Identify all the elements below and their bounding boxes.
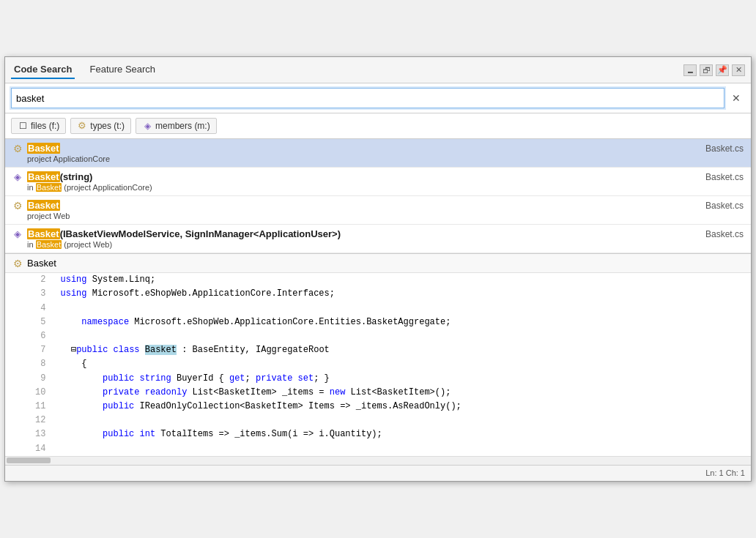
table-row: 11 public IReadOnlyCollection<BasketItem… (5, 400, 751, 414)
search-bar: ✕ (5, 83, 751, 113)
filter-members-button[interactable]: ◈ members (m:) (136, 118, 217, 134)
result-header: ⚙ Basket Basket.cs (12, 143, 744, 154)
code-table: 2 using System.Linq; 3 using Microsoft.e… (5, 273, 751, 455)
line-number: 7 (5, 343, 54, 357)
results-list: ⚙ Basket Basket.cs project ApplicationCo… (5, 139, 751, 254)
scrollbar-thumb[interactable] (7, 457, 51, 463)
line-code (54, 329, 751, 343)
result-header: ◈ Basket(string) Basket.cs (12, 171, 744, 182)
line-number: 3 (5, 287, 54, 301)
line-number: 4 (5, 302, 54, 315)
result-left: ◈ Basket(string) (12, 171, 92, 182)
line-code: using System.Linq; (54, 273, 751, 287)
table-row: 14 (5, 442, 751, 456)
table-row: 6 (5, 329, 751, 343)
result-left: ⚙ Basket (12, 200, 60, 211)
line-code: private readonly List<BasketItem> _items… (54, 386, 751, 400)
close-button[interactable]: ✕ (732, 64, 745, 76)
table-row: 10 private readonly List<BasketItem> _it… (5, 386, 751, 400)
file-icon: ☐ (18, 121, 28, 131)
list-item[interactable]: ⚙ Basket Basket.cs project Web (5, 196, 751, 225)
filter-files-label: files (f:) (31, 121, 59, 131)
gear-icon: ⚙ (77, 121, 87, 131)
line-number: 5 (5, 315, 54, 329)
list-item[interactable]: ◈ Basket(string) Basket.cs in Basket (pr… (5, 168, 751, 196)
gear-icon: ⚙ (12, 258, 23, 269)
table-row: 7 ⊟public class Basket : BaseEntity, IAg… (5, 343, 751, 357)
code-header-label: Basket (27, 258, 56, 269)
line-code: public int TotalItems => _items.Sum(i =>… (54, 427, 751, 441)
minimize-button[interactable]: 🗕 (683, 64, 697, 76)
main-window: Code Search Feature Search 🗕 🗗 📌 ✕ ✕ ☐ f… (4, 56, 752, 481)
result-left: ◈ Basket(IBasketViewModelService, SignIn… (12, 228, 341, 239)
table-row: 4 (5, 302, 751, 315)
result-sub: project ApplicationCore (12, 154, 744, 163)
filter-types-label: types (t:) (90, 121, 125, 131)
search-clear-button[interactable]: ✕ (727, 91, 745, 105)
line-number: 2 (5, 273, 54, 287)
status-bar: Ln: 1 Ch: 1 (5, 465, 751, 481)
cube-icon: ◈ (12, 229, 23, 239)
result-left: ⚙ Basket (12, 143, 60, 154)
result-file: Basket.cs (705, 201, 744, 211)
line-number: 8 (5, 357, 54, 371)
result-sub: in Basket (project ApplicationCore) (12, 183, 744, 192)
line-number: 13 (5, 427, 54, 441)
title-tabs: Code Search Feature Search (11, 61, 158, 79)
tab-feature-search[interactable]: Feature Search (86, 61, 158, 79)
result-sub: in Basket (project Web) (12, 240, 744, 249)
result-name: Basket(IBasketViewModelService, SignInMa… (27, 228, 341, 239)
line-number: 9 (5, 372, 54, 386)
table-row: 13 public int TotalItems => _items.Sum(i… (5, 427, 751, 441)
result-name: Basket(string) (27, 171, 92, 182)
line-number: 14 (5, 442, 54, 456)
cube-icon: ◈ (142, 121, 152, 131)
tab-code-search[interactable]: Code Search (11, 61, 75, 79)
filter-members-label: members (m:) (155, 121, 210, 131)
title-bar: Code Search Feature Search 🗕 🗗 📌 ✕ (5, 57, 751, 83)
cube-icon: ◈ (12, 172, 23, 182)
result-name: Basket (27, 200, 60, 211)
window-controls: 🗕 🗗 📌 ✕ (683, 64, 745, 76)
result-header: ⚙ Basket Basket.cs (12, 200, 744, 211)
table-row: 5 namespace Microsoft.eShopWeb.Applicati… (5, 315, 751, 329)
filter-types-button[interactable]: ⚙ types (t:) (70, 118, 131, 134)
status-right: Ln: 1 Ch: 1 (705, 468, 745, 477)
line-number: 6 (5, 329, 54, 343)
line-code: public string BuyerId { get; private set… (54, 372, 751, 386)
filter-files-button[interactable]: ☐ files (f:) (11, 118, 66, 134)
result-sub: project Web (12, 212, 744, 220)
line-number: 11 (5, 400, 54, 414)
line-code (54, 302, 751, 315)
filter-bar: ☐ files (f:) ⚙ types (t:) ◈ members (m:) (5, 113, 751, 139)
line-code (54, 414, 751, 427)
result-file: Basket.cs (705, 143, 744, 154)
table-row: 3 using Microsoft.eShopWeb.ApplicationCo… (5, 287, 751, 301)
line-code: { (54, 357, 751, 371)
table-row: 9 public string BuyerId { get; private s… (5, 372, 751, 386)
table-row: 2 using System.Linq; (5, 273, 751, 287)
search-input[interactable] (11, 88, 724, 108)
line-code: ⊟public class Basket : BaseEntity, IAggr… (54, 343, 751, 357)
list-item[interactable]: ◈ Basket(IBasketViewModelService, SignIn… (5, 225, 751, 253)
table-row: 12 (5, 414, 751, 427)
list-item[interactable]: ⚙ Basket Basket.cs project ApplicationCo… (5, 139, 751, 168)
code-header: ⚙ Basket (5, 254, 751, 273)
horizontal-scrollbar[interactable] (5, 456, 751, 465)
restore-button[interactable]: 🗗 (700, 64, 713, 76)
line-code: namespace Microsoft.eShopWeb.Application… (54, 315, 751, 329)
line-number: 12 (5, 414, 54, 427)
line-number: 10 (5, 386, 54, 400)
line-code: public IReadOnlyCollection<BasketItem> I… (54, 400, 751, 414)
result-file: Basket.cs (705, 172, 744, 182)
pin-button[interactable]: 📌 (716, 64, 729, 76)
result-file: Basket.cs (705, 229, 744, 239)
line-code: using Microsoft.eShopWeb.ApplicationCore… (54, 287, 751, 301)
code-body[interactable]: 2 using System.Linq; 3 using Microsoft.e… (5, 273, 751, 455)
code-preview: ⚙ Basket 2 using System.Linq; 3 using Mi… (5, 254, 751, 464)
gear-icon: ⚙ (12, 201, 23, 211)
result-header: ◈ Basket(IBasketViewModelService, SignIn… (12, 228, 744, 239)
gear-icon: ⚙ (12, 143, 23, 154)
line-code (54, 442, 751, 456)
result-name: Basket (27, 143, 60, 154)
